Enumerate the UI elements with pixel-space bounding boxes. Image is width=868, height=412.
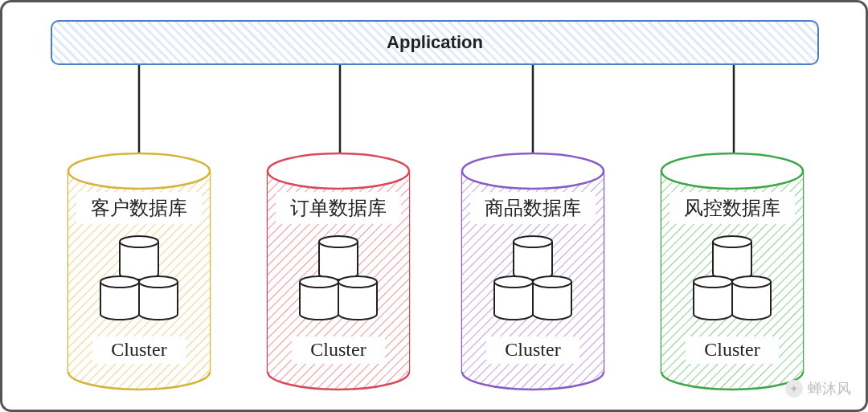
svg-point-16	[120, 236, 158, 247]
architecture-diagram: Application	[2, 2, 866, 410]
svg-point-26	[139, 276, 178, 288]
diagram-frame: Application	[0, 0, 868, 412]
clusters-layer: 客户数据库	[2, 2, 868, 412]
db-title-0: 客户数据库	[91, 198, 187, 218]
db-sublabel-1: Cluster	[310, 339, 366, 360]
watermark: ✦ 蝉沐风	[785, 379, 851, 398]
db-cylinder-3: 风控数据库 Cluster	[661, 153, 803, 390]
db-sublabel-2: Cluster	[505, 339, 560, 360]
db-cylinder-2: 商品数据库 Cluster	[462, 153, 604, 390]
db-cylinder-1: 订单数据库 Cluster	[268, 153, 409, 390]
svg-point-30	[268, 153, 409, 189]
db-title-2: 商品数据库	[485, 198, 581, 218]
svg-point-66	[533, 276, 571, 288]
svg-point-50	[462, 153, 604, 189]
db-sublabel-0: Cluster	[111, 339, 166, 360]
svg-point-81	[694, 276, 732, 288]
watermark-text: 蝉沐风	[808, 379, 851, 398]
db-title-1: 订单数据库	[290, 198, 387, 218]
svg-point-56	[514, 236, 552, 247]
svg-point-86	[732, 276, 771, 288]
svg-point-41	[300, 276, 338, 288]
svg-point-61	[494, 276, 533, 288]
db-cylinder-0: 客户数据库	[68, 153, 210, 390]
svg-point-21	[100, 276, 139, 288]
svg-point-36	[319, 236, 358, 247]
wechat-icon: ✦	[785, 380, 803, 398]
db-sublabel-3: Cluster	[704, 339, 760, 360]
svg-point-46	[338, 276, 377, 288]
db-title-3: 风控数据库	[684, 198, 780, 218]
svg-point-76	[713, 236, 751, 247]
svg-point-10	[68, 153, 210, 189]
svg-point-70	[661, 153, 803, 189]
